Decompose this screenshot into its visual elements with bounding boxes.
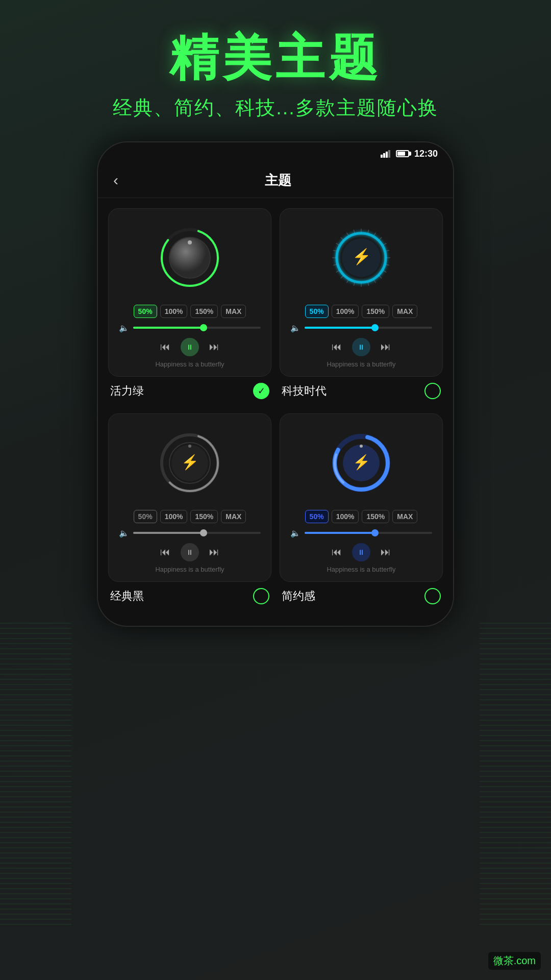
volume-row-green: 🔈: [117, 323, 263, 333]
song-title-blue: Happiness is a butterfly: [288, 566, 434, 573]
preset-150-blue[interactable]: 150%: [362, 510, 389, 523]
knob-green: [157, 225, 223, 291]
play-btn-cyan[interactable]: ⏸: [352, 338, 370, 356]
signal-icon: [381, 150, 391, 158]
svg-rect-3: [388, 150, 390, 158]
preset-100-blue[interactable]: 100%: [332, 510, 359, 523]
knob-blue: ⚡: [328, 430, 394, 496]
next-btn-cyan[interactable]: ⏭: [381, 341, 391, 353]
svg-rect-2: [386, 152, 388, 158]
next-btn-gray[interactable]: ⏭: [209, 546, 219, 558]
preset-50-blue[interactable]: 50%: [305, 510, 329, 523]
preset-50-gray[interactable]: 50%: [134, 510, 157, 523]
volume-row-gray: 🔈: [117, 528, 263, 538]
preset-max-green[interactable]: MAX: [221, 305, 246, 318]
controls-green: ⏮ ⏸ ⏭: [117, 338, 263, 356]
nav-bar: ‹ 主题: [98, 163, 453, 198]
phone-frame: 12:30 ‹ 主题: [97, 141, 454, 627]
preset-max-gray[interactable]: MAX: [221, 510, 246, 523]
knob-area-cyan: ⚡: [288, 217, 434, 299]
preset-100-green[interactable]: 100%: [160, 305, 188, 318]
unselected-circle-cyan: [424, 383, 441, 399]
next-btn-blue[interactable]: ⏭: [381, 546, 391, 558]
preset-50-cyan[interactable]: 50%: [305, 305, 329, 318]
svg-point-8: [188, 240, 192, 244]
prev-btn-blue[interactable]: ⏮: [332, 546, 342, 558]
theme-name-cyan-label: 科技时代: [282, 383, 327, 399]
preset-100-gray[interactable]: 100%: [160, 510, 188, 523]
theme-names-row2: 经典黑 简约感: [108, 582, 443, 610]
volume-row-blue: 🔈: [288, 528, 434, 538]
theme-name-green-row: 活力绿 ✓: [108, 377, 271, 405]
svg-line-26: [333, 264, 337, 265]
volume-icon-cyan: 🔈: [290, 323, 300, 333]
play-btn-green[interactable]: ⏸: [181, 338, 199, 356]
preset-100-cyan[interactable]: 100%: [332, 305, 359, 318]
knob-area-green: [117, 217, 263, 299]
svg-line-28: [333, 250, 337, 251]
svg-line-19: [374, 280, 376, 283]
svg-line-16: [386, 264, 389, 265]
preset-50-green[interactable]: 50%: [134, 305, 157, 318]
status-time: 12:30: [414, 149, 438, 159]
knob-area-blue: ⚡: [288, 422, 434, 504]
prev-btn-green[interactable]: ⏮: [160, 341, 170, 353]
selected-check-green: ✓: [253, 383, 269, 399]
theme-card-gray[interactable]: ⚡ 50% 100% 150% MAX 🔈: [108, 413, 271, 582]
preset-buttons-blue: 50% 100% 150% MAX: [288, 510, 434, 523]
theme-name-gray-row: 经典黑: [108, 582, 271, 610]
svg-rect-0: [381, 155, 383, 158]
top-section: 精美主题 经典、简约、科技...多款主题随心换: [0, 0, 551, 121]
preset-150-green[interactable]: 150%: [190, 305, 218, 318]
theme-names-row1: 活力绿 ✓ 科技时代: [108, 377, 443, 405]
svg-text:⚡: ⚡: [181, 454, 199, 471]
unselected-circle-blue: [424, 588, 441, 604]
slider-track-gray[interactable]: [133, 532, 261, 534]
theme-card-blue[interactable]: ⚡ 50% 100% 150% MAX 🔈: [280, 413, 443, 582]
main-title: 精美主题: [0, 31, 551, 85]
slider-track-blue[interactable]: [305, 532, 432, 534]
play-btn-blue[interactable]: ⏸: [352, 543, 370, 561]
svg-line-25: [336, 271, 339, 273]
svg-point-41: [188, 445, 191, 448]
watermark: 微茶.com: [488, 952, 541, 970]
status-bar: 12:30: [98, 142, 453, 163]
prev-btn-cyan[interactable]: ⏮: [332, 341, 342, 353]
bg-decoration-right: [480, 623, 551, 929]
preset-buttons-green: 50% 100% 150% MAX: [117, 305, 263, 318]
back-button[interactable]: ‹: [113, 172, 118, 189]
themes-grid-row2: ⚡ 50% 100% 150% MAX 🔈: [108, 413, 443, 582]
next-btn-green[interactable]: ⏭: [209, 341, 219, 353]
watermark-text: 微茶.com: [493, 955, 536, 966]
slider-track-green[interactable]: [133, 327, 261, 329]
preset-buttons-gray: 50% 100% 150% MAX: [117, 510, 263, 523]
preset-max-blue[interactable]: MAX: [392, 510, 417, 523]
preset-max-cyan[interactable]: MAX: [392, 305, 417, 318]
svg-line-20: [368, 282, 369, 286]
svg-point-47: [360, 445, 363, 448]
phone-content: 50% 100% 150% MAX 🔈: [98, 198, 453, 626]
knob-cyan: ⚡: [328, 225, 394, 291]
preset-150-cyan[interactable]: 150%: [362, 305, 389, 318]
slider-track-cyan[interactable]: [305, 327, 432, 329]
svg-text:⚡: ⚡: [352, 248, 371, 266]
svg-line-31: [347, 232, 349, 235]
theme-name-blue-label: 简约感: [282, 589, 315, 604]
theme-card-cyan[interactable]: ⚡ 50% 100% 150%: [280, 208, 443, 377]
svg-text:⚡: ⚡: [353, 454, 370, 471]
sub-title: 经典、简约、科技...多款主题随心换: [0, 95, 551, 121]
preset-buttons-cyan: 50% 100% 150% MAX: [288, 305, 434, 318]
knob-area-gray: ⚡: [117, 422, 263, 504]
svg-line-11: [374, 232, 376, 235]
prev-btn-gray[interactable]: ⏮: [160, 546, 170, 558]
svg-line-29: [336, 243, 339, 245]
nav-title: 主题: [118, 172, 438, 189]
knob-gray: ⚡: [157, 430, 223, 496]
side-button: [453, 296, 454, 326]
play-btn-gray[interactable]: ⏸: [181, 543, 199, 561]
preset-150-gray[interactable]: 150%: [190, 510, 218, 523]
phone-mockup: 12:30 ‹ 主题: [97, 141, 454, 627]
theme-card-green[interactable]: 50% 100% 150% MAX 🔈: [108, 208, 271, 377]
volume-row-cyan: 🔈: [288, 323, 434, 333]
themes-grid-row1: 50% 100% 150% MAX 🔈: [108, 208, 443, 377]
